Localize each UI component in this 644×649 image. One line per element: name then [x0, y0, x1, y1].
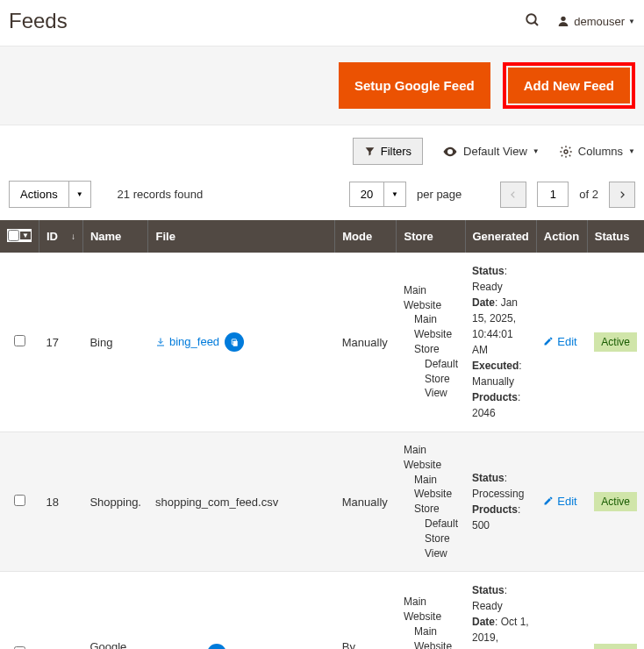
- cell-mode: By Schedule: [335, 572, 397, 649]
- svg-rect-4: [233, 340, 237, 346]
- chevron-left-icon: [509, 190, 518, 199]
- cell-name: Bing: [82, 253, 148, 432]
- per-page-arrow[interactable]: ▼: [384, 182, 406, 207]
- columns-dropdown[interactable]: Columns ▼: [559, 145, 635, 159]
- status-badge: Active: [594, 644, 637, 649]
- actions-dropdown[interactable]: Actions ▼: [9, 181, 91, 208]
- cell-file: feed-1: [148, 572, 335, 649]
- funnel-icon: [364, 146, 376, 157]
- col-checkbox[interactable]: ▼: [0, 220, 39, 253]
- row-checkbox[interactable]: [14, 335, 25, 346]
- sort-arrow-icon: ↓: [71, 232, 75, 241]
- table-row: 19Google Feedfeed-1By ScheduleMain Websi…: [0, 572, 644, 649]
- prev-page-button[interactable]: [500, 182, 526, 208]
- actions-arrow[interactable]: ▼: [69, 181, 91, 208]
- chevron-right-icon: [618, 190, 626, 199]
- chevron-down-icon: ▼: [533, 147, 540, 155]
- cell-id: 17: [39, 253, 82, 432]
- add-new-feed-button[interactable]: Add New Feed: [508, 68, 630, 103]
- edit-link[interactable]: Edit: [543, 335, 576, 348]
- setup-google-feed-button[interactable]: Setup Google Feed: [339, 62, 490, 109]
- cell-file: bing_feed: [148, 253, 335, 432]
- chevron-down-icon: ▼: [628, 18, 635, 25]
- eye-icon: [442, 144, 458, 160]
- cell-id: 19: [39, 572, 82, 649]
- per-page-input[interactable]: [349, 182, 384, 207]
- page-of-label: of 2: [579, 188, 598, 201]
- svg-point-2: [562, 17, 566, 21]
- table-row: 18Shopping.shopping_com_feed.csvManually…: [0, 432, 644, 572]
- cell-generated: Status: ProcessingProducts: 500: [465, 432, 536, 572]
- default-view-dropdown[interactable]: Default View ▼: [442, 144, 540, 160]
- col-action[interactable]: Action: [536, 220, 587, 253]
- edit-link[interactable]: Edit: [543, 495, 576, 508]
- svg-point-3: [564, 150, 568, 153]
- next-page-button[interactable]: [609, 182, 635, 208]
- file-text: shopping_com_feed.csv: [155, 496, 278, 509]
- col-status[interactable]: Status: [587, 220, 644, 253]
- chevron-down-icon[interactable]: ▼: [20, 232, 31, 239]
- filters-button[interactable]: Filters: [353, 138, 423, 165]
- cell-name: Shopping.: [82, 432, 148, 572]
- chevron-down-icon: ▼: [628, 147, 635, 155]
- copy-button[interactable]: [225, 332, 244, 352]
- row-checkbox[interactable]: [14, 495, 25, 506]
- table-row: 17Bingbing_feedManuallyMain WebsiteMain …: [0, 253, 644, 432]
- svg-point-0: [527, 14, 537, 24]
- highlight-annotation: Add New Feed: [503, 62, 635, 109]
- page-title: Feeds: [9, 9, 68, 33]
- cell-file: shopping_com_feed.csv: [148, 432, 335, 572]
- status-badge: Active: [594, 332, 637, 352]
- cell-generated: Status: ReadyDate: Oct 1, 2019, 8:50:44 …: [465, 572, 536, 649]
- col-mode[interactable]: Mode: [335, 220, 397, 253]
- feeds-grid: ▼ ID↓ Name File Mode Store Generated Act…: [0, 220, 644, 649]
- select-all-checkbox[interactable]: [8, 230, 19, 241]
- records-count: 21 records found: [118, 188, 204, 201]
- search-icon[interactable]: [525, 12, 540, 31]
- cell-store: Main WebsiteMain Website StoreDefault St…: [397, 253, 465, 432]
- cell-id: 18: [39, 432, 82, 572]
- user-name: demouser: [574, 15, 625, 28]
- col-generated[interactable]: Generated: [465, 220, 536, 253]
- col-store[interactable]: Store: [397, 220, 465, 253]
- page-input[interactable]: [537, 182, 569, 207]
- status-badge: Active: [594, 492, 637, 511]
- per-page-label: per page: [417, 188, 462, 201]
- col-name[interactable]: Name: [82, 220, 148, 253]
- gear-icon: [559, 145, 573, 159]
- svg-line-1: [535, 22, 539, 25]
- actions-button[interactable]: Actions: [9, 181, 69, 208]
- file-download-link[interactable]: bing_feed: [155, 335, 219, 348]
- col-id[interactable]: ID↓: [39, 220, 82, 253]
- cell-mode: Manually: [335, 432, 397, 572]
- cell-generated: Status: ReadyDate: Jan 15, 2025, 10:44:0…: [465, 253, 536, 432]
- user-menu[interactable]: demouser ▼: [556, 14, 635, 28]
- cell-mode: Manually: [335, 253, 397, 432]
- cell-name: Google Feed: [82, 572, 148, 649]
- copy-button[interactable]: [207, 644, 226, 649]
- cell-store: Main WebsiteMain Website StoreDefault St…: [397, 432, 465, 572]
- cell-store: Main WebsiteMain Website StoreDefault St…: [397, 572, 465, 649]
- col-file[interactable]: File: [148, 220, 335, 253]
